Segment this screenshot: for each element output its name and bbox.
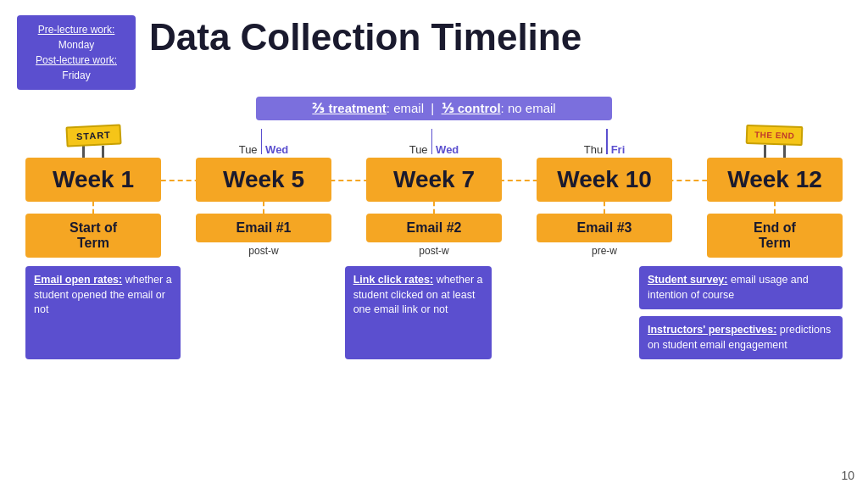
info-box-open-rates: Email open rates: whether a student open… [25,266,181,359]
day-divider-7 [431,129,433,154]
event-col-email3: Email #3 pre-w [537,202,672,257]
start-sign: START [66,125,121,158]
week-box-12: Week 12 [707,158,843,202]
slide: Pre-lecture work: Monday Post-lecture wo… [0,0,868,489]
day-left-5: Tue [239,143,258,156]
pre-post-box: Pre-lecture work: Monday Post-lecture wo… [17,15,136,90]
event-col-email2: Email #2 post-w [366,202,502,257]
weeks-row: START Week 1 Tue Wed Week [17,125,851,202]
page-number: 10 [841,469,854,482]
vert-dashed-3 [433,202,435,214]
day-divider-10 [606,129,608,154]
day-labels-5: Tue Wed [239,143,289,156]
event-box-email1: Email #1 [196,214,331,242]
week-box-7: Week 7 [366,158,502,202]
event-col-end: End ofTerm [707,202,843,258]
info-title-survey: Student survey: [648,274,727,286]
event-box-email3: Email #3 [537,214,672,242]
info-row: Email open rates: whether a student open… [17,266,851,359]
day-right-10: Fri [611,143,626,156]
day-left-7: Tue [409,143,428,156]
week-col-5: Tue Wed Week 5 [196,143,331,202]
info-box-instructors: Instructors' perspectives: predictions o… [639,316,843,359]
header: Pre-lecture work: Monday Post-lecture wo… [17,15,851,90]
day-labels-10: Thu Fri [584,143,626,156]
event-box-end: End ofTerm [707,214,843,258]
day-divider-5 [261,129,263,154]
event-box-email2: Email #2 [366,214,502,242]
info-title-open-rates: Email open rates: [34,274,122,286]
page-title: Data Collection Timeline [149,15,581,58]
info-right-col: Student survey: email usage and intentio… [639,266,843,359]
end-sign: THE END [746,125,803,158]
timeline-area: START Week 1 Tue Wed Week [17,125,851,258]
start-sign-board: START [65,124,121,147]
vert-dashed-2 [263,202,264,214]
info-box-click-rates: Link click rates: whether a student clic… [345,266,492,359]
week-box-5: Week 5 [196,158,331,202]
event-col-email1: Email #1 post-w [196,202,331,257]
week-box-1: Week 1 [25,158,161,202]
vert-dashed-5 [774,202,776,214]
info-box-survey: Student survey: email usage and intentio… [639,266,843,309]
day-right-7: Wed [436,143,459,156]
week-col-1: START Week 1 [25,125,161,202]
event-label-email3: pre-w [592,245,617,257]
post-lecture-label: Post-lecture work: [36,54,117,66]
event-label-email1: post-w [248,245,278,257]
day-labels-7: Tue Wed [409,143,459,156]
week-col-10: Thu Fri Week 10 [537,143,672,202]
week-col-12: THE END Week 12 [707,125,843,202]
info-title-instructors: Instructors' perspectives: [648,324,776,336]
pre-lecture-label: Pre-lecture work: [38,24,115,36]
event-box-start: Start ofTerm [25,214,161,258]
info-title-click-rates: Link click rates: [353,274,434,286]
treatment-banner: ⅔ treatment: email | ⅓ control: no email [256,97,612,120]
event-col-start: Start ofTerm [25,202,161,258]
day-left-10: Thu [584,143,603,156]
events-row: Start ofTerm Email #1 post-w Email #2 po… [17,202,851,258]
pre-lecture-day: Monday [58,39,95,51]
week-col-7: Tue Wed Week 7 [366,143,502,202]
day-right-5: Wed [265,143,288,156]
week-box-10: Week 10 [537,158,672,202]
post-lecture-day: Friday [62,69,90,81]
vert-dashed-1 [92,202,94,214]
vert-dashed-4 [604,202,605,214]
end-sign-board: THE END [746,125,804,146]
treatment-fraction: ⅔ treatment [312,101,387,115]
event-label-email2: post-w [419,245,448,257]
control-fraction: ⅓ control [442,101,501,115]
